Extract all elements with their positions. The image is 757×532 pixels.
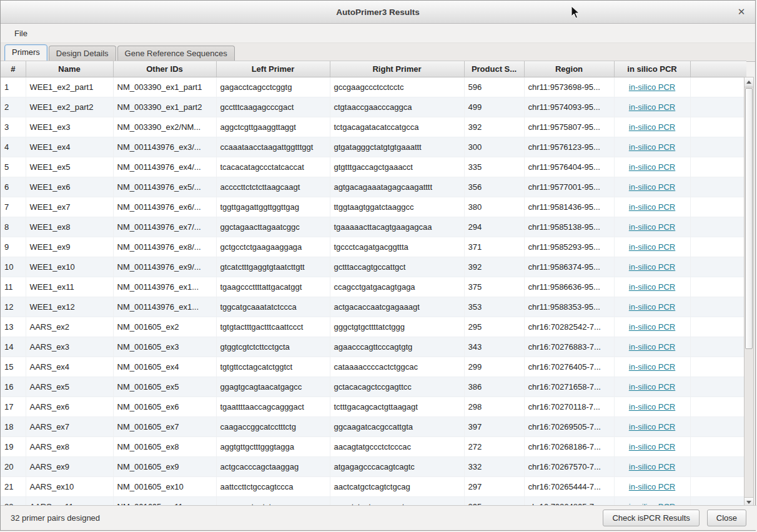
cell: 4: [1, 137, 26, 157]
table-row[interactable]: 20AARS_ex9NM_001605_ex9actgcacccagctaagg…: [1, 457, 746, 477]
cell: WEE1_ex2_part2: [26, 97, 113, 117]
insilico-pcr-link[interactable]: in-silico PCR: [629, 222, 675, 232]
cell-empty: [690, 77, 746, 97]
insilico-pcr-link[interactable]: in-silico PCR: [629, 182, 675, 192]
cell: agaacccagttcccagtgtg: [330, 337, 464, 357]
column-header-blank[interactable]: [690, 61, 746, 77]
cell: AARS_ex2: [26, 317, 113, 337]
cell: 335: [464, 157, 524, 177]
cell: gggctgtgcttttatctggg: [330, 317, 464, 337]
cell: gctttaccagtgccattgct: [330, 257, 464, 277]
close-button[interactable]: Close: [707, 510, 746, 526]
table-row[interactable]: 5WEE1_ex5NM_001143976_ex4/...tcacacatagc…: [1, 157, 746, 177]
cell: 295: [464, 317, 524, 337]
column-header--[interactable]: #: [1, 61, 26, 77]
scrollbar-thumb[interactable]: [745, 88, 753, 349]
insilico-pcr-link[interactable]: in-silico PCR: [629, 282, 675, 292]
cell: 13: [1, 317, 26, 337]
insilico-pcr-link[interactable]: in-silico PCR: [629, 302, 675, 312]
table-row[interactable]: 7WEE1_ex7NM_001143976_ex6/...tggttgagatt…: [1, 197, 746, 217]
column-header-left-primer[interactable]: Left Primer: [216, 61, 330, 77]
column-header-in-silico-pcr[interactable]: in silico PCR: [614, 61, 690, 77]
column-header-other-ids[interactable]: Other IDs: [113, 61, 216, 77]
insilico-pcr-link[interactable]: in-silico PCR: [629, 162, 675, 172]
insilico-pcr-link[interactable]: in-silico PCR: [629, 82, 675, 92]
column-header-right-primer[interactable]: Right Primer: [330, 61, 464, 77]
table-row[interactable]: 11WEE1_ex11NM_001143976_ex1...tgaagccctt…: [1, 277, 746, 297]
insilico-pcr-link[interactable]: in-silico PCR: [629, 462, 675, 471]
primer-results-table: #NameOther IDsLeft PrimerRight PrimerPro…: [1, 61, 746, 508]
table-row[interactable]: 4WEE1_ex4NM_001143976_ex3/...ccaaataacct…: [1, 137, 746, 157]
insilico-pcr-link[interactable]: in-silico PCR: [629, 382, 675, 392]
cell: tgaattttaaccagcagggact: [216, 397, 330, 417]
insilico-pcr-link[interactable]: in-silico PCR: [629, 122, 675, 132]
table-row[interactable]: 14AARS_ex3NM_001605_ex3gtggtcgtctcttcctg…: [1, 337, 746, 357]
cell: 15: [1, 357, 26, 377]
table-row[interactable]: 6WEE1_ex6NM_001143976_ex5/...accccttctct…: [1, 177, 746, 197]
cell: tggcatgcaaatatctccca: [216, 297, 330, 317]
insilico-pcr-link[interactable]: in-silico PCR: [629, 342, 675, 352]
cell-empty: [690, 177, 746, 197]
table-row[interactable]: 21AARS_ex10NM_001605_ex10aattccttctgccag…: [1, 477, 746, 497]
cell: AARS_ex8: [26, 437, 113, 457]
table-row[interactable]: 13AARS_ex2NM_001605_ex2tgtgtactttgactttc…: [1, 317, 746, 337]
insilico-pcr-link[interactable]: in-silico PCR: [629, 362, 675, 372]
arrow-up-icon: [746, 81, 751, 84]
insilico-pcr-link[interactable]: in-silico PCR: [629, 142, 675, 152]
cell: 294: [464, 217, 524, 237]
tab-gene-reference-sequences[interactable]: Gene Reference Sequences: [117, 46, 235, 61]
insilico-pcr-link[interactable]: in-silico PCR: [629, 202, 675, 212]
table-row[interactable]: 10WEE1_ex10NM_001143976_ex9/...gtcatcttt…: [1, 257, 746, 277]
window-close-button[interactable]: ✕: [735, 6, 748, 18]
table-row[interactable]: 19AARS_ex8NM_001605_ex8aggtgttgctttgggta…: [1, 437, 746, 457]
cell: aggctcgttgaaggttaggt: [216, 117, 330, 137]
table-row[interactable]: 2WEE1_ex2_part2NM_003390_ex1_part2gccttt…: [1, 97, 746, 117]
table-row[interactable]: 18AARS_ex7NM_001605_ex7caagaccggcatccttt…: [1, 417, 746, 437]
insilico-pcr-link[interactable]: in-silico PCR: [629, 262, 675, 272]
cell: NM_001605_ex2: [113, 317, 216, 337]
menubar: File: [1, 24, 755, 43]
cell: chr11:9585293-95...: [524, 237, 614, 257]
table-row[interactable]: 12WEE1_ex12NM_001143976_ex1...tggcatgcaa…: [1, 297, 746, 317]
menu-file[interactable]: File: [7, 26, 35, 41]
tab-primers[interactable]: Primers: [4, 44, 47, 62]
table-row[interactable]: 17AARS_ex6NM_001605_ex6tgaattttaaccagcag…: [1, 397, 746, 417]
cell: ggcaagatcacgccattgta: [330, 417, 464, 437]
column-header-region[interactable]: Region: [524, 61, 614, 77]
cell: chr11:9581436-95...: [524, 197, 614, 217]
check-ispcr-results-button[interactable]: Check isPCR Results: [603, 510, 699, 526]
cell-empty: [690, 337, 746, 357]
cell: NM_003390_ex1_part2: [113, 97, 216, 117]
cell: chr16:70276883-7...: [524, 337, 614, 357]
cell: AARS_ex5: [26, 377, 113, 397]
insilico-pcr-link[interactable]: in-silico PCR: [629, 482, 675, 491]
vertical-scrollbar[interactable]: [744, 77, 754, 508]
cell: NM_001605_ex3: [113, 337, 216, 357]
insilico-pcr-link[interactable]: in-silico PCR: [629, 242, 675, 252]
table-row[interactable]: 15AARS_ex4NM_001605_ex4tgtgttcctagcatctg…: [1, 357, 746, 377]
cell: 356: [464, 177, 524, 197]
table-row[interactable]: 16AARS_ex5NM_001605_ex5ggagtgcagtaacatga…: [1, 377, 746, 397]
cell: NM_001143976_ex1...: [113, 277, 216, 297]
insilico-pcr-link[interactable]: in-silico PCR: [629, 102, 675, 112]
table-row[interactable]: 3WEE1_ex3NM_003390_ex2/NM...aggctcgttgaa…: [1, 117, 746, 137]
cell: 19: [1, 437, 26, 457]
insilico-pcr-link[interactable]: in-silico PCR: [629, 402, 675, 411]
cell: 298: [464, 397, 524, 417]
cell: 16: [1, 377, 26, 397]
cell: 499: [464, 97, 524, 117]
scrollbar-up-button[interactable]: [745, 77, 753, 87]
insilico-pcr-link[interactable]: in-silico PCR: [629, 442, 675, 451]
table-row[interactable]: 9WEE1_ex9NM_001143976_ex8/...gctgcctctga…: [1, 237, 746, 257]
cell-insilico-pcr: in-silico PCR: [614, 217, 690, 237]
table-row[interactable]: 8WEE1_ex8NM_001143976_ex7/...ggctagaactt…: [1, 217, 746, 237]
cell: WEE1_ex10: [26, 257, 113, 277]
cell: caagaccggcatcctttctg: [216, 417, 330, 437]
tab-design-details[interactable]: Design Details: [49, 46, 116, 61]
cell: 8: [1, 217, 26, 237]
column-header-product-s-[interactable]: Product S...: [464, 61, 524, 77]
insilico-pcr-link[interactable]: in-silico PCR: [629, 322, 675, 332]
insilico-pcr-link[interactable]: in-silico PCR: [629, 422, 675, 431]
column-header-name[interactable]: Name: [26, 61, 113, 77]
table-row[interactable]: 1WEE1_ex2_part1NM_003390_ex1_part1gagacc…: [1, 77, 746, 97]
